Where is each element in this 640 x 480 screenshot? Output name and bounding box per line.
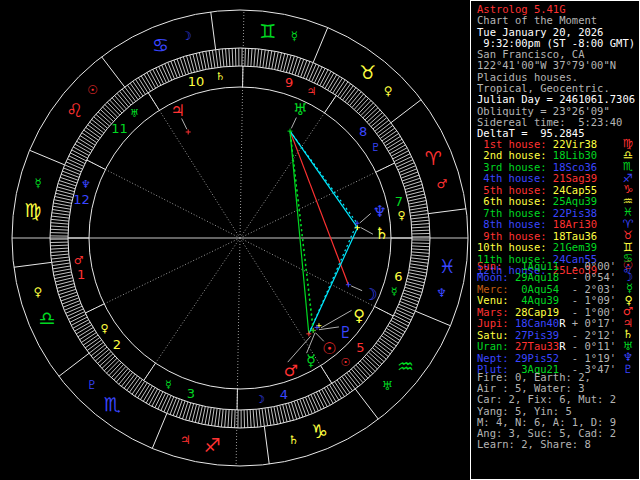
planet-row: Venu: 4Aqu39 - 1°09'♀ (477, 295, 635, 307)
planet-velocity: - 0°54' (566, 271, 617, 283)
sign-glyph-aries: ♈ (425, 147, 442, 169)
planet-label: Venu: (477, 294, 515, 306)
planet-position-value: 29Pis52 (515, 352, 559, 364)
house-number-12: 12 (73, 192, 90, 207)
astrolog-window: ♈♂♉♀♊☿♋☽♌☉♍☿♎♀♏♇♐♃♑♄♒♅♓♆1♂2♀3☿4☽5☉6☿7♀8♇… (0, 0, 640, 480)
planet-glyph-moon: ☽ (363, 285, 377, 304)
planet-row: Sun: 1Aqu11 - 0°00'☉ (477, 260, 635, 272)
planet-velocity: + 0°17' (566, 317, 617, 329)
house-ruler-icon-pluto: ♇ (370, 141, 380, 154)
house-label: 1st house: (477, 138, 553, 150)
house-label: 9th house: (477, 230, 553, 242)
house-number-8: 8 (359, 124, 367, 139)
sign-ruler-icon-venus: ♀ (34, 285, 43, 299)
house-row: 10th house: 21Gem39♊ (477, 242, 635, 254)
planet-position-value: 18Can40 (515, 317, 559, 329)
degree-tick (412, 243, 430, 244)
planet-position-value: 27Pis39 (515, 329, 559, 341)
house-cusp-value: 21Gem39 (553, 241, 597, 253)
planet-table: Sun: 1Aqu11 - 0°00'☉Moon: 29Aqu18 - 0°54… (477, 260, 635, 375)
degree-tick (245, 48, 246, 66)
house-number-7: 7 (395, 194, 403, 209)
info-panel: Astrolog 5.41GChart of the MomentTue Jan… (470, 0, 640, 480)
degree-tick (235, 410, 236, 428)
sign-glyph-aquarius: ♒ (397, 355, 414, 377)
sign-glyph-taurus: ♉ (359, 61, 376, 83)
planet-row: Nept: 29Pis52 - 1°19'♆ (477, 352, 635, 364)
sign-ruler-icon-venus: ♀ (384, 84, 393, 98)
stats-line: Learn: 2, Share: 8 (477, 439, 616, 450)
house-cusp-value: 24Cap55 (553, 184, 597, 196)
house-number-2: 2 (113, 337, 121, 352)
house-label: 6th house: (477, 195, 553, 207)
house-row-text: 7th house: 22Pis38 (477, 208, 597, 218)
house-ruler-icon-saturn: ♄ (215, 70, 225, 83)
house-cusp-table: 1st house: 22Vir38♍ 2nd house: 18Lib30♎ … (477, 138, 635, 276)
house-row-text: 4th house: 21Sag39 (477, 173, 597, 183)
planet-row: Mars: 28Cap19 - 1°00'♂ (477, 306, 635, 318)
sign-ruler-icon-sun: ☉ (87, 83, 98, 97)
house-ruler-icon-venus: ♀ (397, 209, 405, 222)
planet-row: Merc: 0Aqu54 - 2°03'☿ (477, 283, 635, 295)
planet-label: Uran: (477, 340, 515, 352)
house-ruler-icon-sun: ☉ (340, 356, 350, 369)
house-number-9: 9 (285, 75, 293, 90)
planet-label: Sun: (477, 260, 515, 272)
planet-label: Jupi: (477, 317, 515, 329)
house-number-3: 3 (187, 386, 195, 401)
planet-velocity: - 1°00' (566, 306, 617, 318)
house-row: 2nd house: 18Lib30♎ (477, 150, 635, 162)
planet-row: Jupi: 18Can40R + 0°17'♃ (477, 318, 635, 330)
house-row: 6th house: 25Aqu39♒ (477, 196, 635, 208)
planet-label: Satu: (477, 329, 515, 341)
planet-row-text: Merc: 0Aqu54 - 2°03' (477, 284, 616, 294)
sign-ruler-icon-pluto: ♇ (86, 378, 97, 392)
house-row: 9th house: 18Tau36♉ (477, 230, 635, 242)
house-label: 2nd house: (477, 149, 553, 161)
house-ruler-icon-neptune: ♆ (81, 178, 91, 191)
house-row: 1st house: 22Vir38♍ (477, 138, 635, 150)
planet-icon: ♇ (623, 364, 633, 376)
house-row: 4th house: 21Sag39♐ (477, 173, 635, 185)
sign-glyph-libra: ♎ (38, 307, 55, 329)
house-number-4: 4 (280, 387, 288, 402)
planet-position-value: 4Aqu39 (515, 294, 559, 306)
sign-ruler-icon-uranus: ♅ (382, 379, 393, 393)
sign-ruler-icon-mercury: ☿ (35, 176, 42, 190)
sign-ruler-icon-mercury: ☿ (291, 29, 298, 43)
sign-ruler-icon-mars: ♂ (437, 177, 448, 191)
planet-glyph-pluto: ♇ (338, 323, 352, 342)
house-cusp-value: 25Aqu39 (553, 195, 597, 207)
planet-glyph-mars: ♂ (284, 361, 298, 380)
house-number-1: 1 (77, 267, 85, 282)
planet-velocity: - 2°03' (566, 283, 617, 295)
sign-glyph-capricorn: ♑ (311, 420, 328, 442)
house-row-text: 5th house: 24Cap55 (477, 185, 597, 195)
house-number-5: 5 (356, 340, 364, 355)
house-cusp-value: 18Lib30 (553, 149, 597, 161)
sign-glyph-leo: ♌ (66, 99, 83, 121)
planet-label: Merc: (477, 283, 515, 295)
house-ruler-icon-mercury: ☿ (165, 378, 172, 391)
planet-row-text: Sun: 1Aqu11 - 0°00' (477, 261, 616, 271)
sign-ruler-icon-moon: ☽ (181, 29, 192, 43)
house-row-text: 8th house: 18Ari30 (477, 219, 597, 229)
planet-glyph-jupiter: ♃ (171, 101, 185, 120)
planet-row: Satu: 27Pis39 - 2°12'♄ (477, 329, 635, 341)
sign-ruler-icon-saturn: ♄ (288, 433, 299, 447)
planet-label: Moon: (477, 271, 515, 283)
planet-position-value: 1Aqu11 (515, 260, 559, 272)
planet-label: Mars: (477, 306, 515, 318)
planet-row-text: Moon: 29Aqu18 - 0°54' (477, 272, 616, 282)
house-row: 8th house: 18Ari30♈ (477, 219, 635, 231)
sign-glyph-pisces: ♓ (439, 255, 456, 277)
house-number-6: 6 (394, 269, 402, 284)
planet-row-text: Jupi: 18Can40R + 0°17' (477, 318, 616, 328)
sign-glyph-scorpio: ♏ (104, 393, 121, 415)
sign-glyph-sagittarius: ♐ (204, 434, 221, 456)
house-number-10: 10 (188, 74, 205, 89)
house-label: 3rd house: (477, 161, 553, 173)
sign-ruler-icon-neptune: ♆ (436, 286, 447, 300)
planet-glyph-uranus: ♅ (293, 100, 307, 119)
house-row-text: 2nd house: 18Lib30 (477, 150, 597, 160)
